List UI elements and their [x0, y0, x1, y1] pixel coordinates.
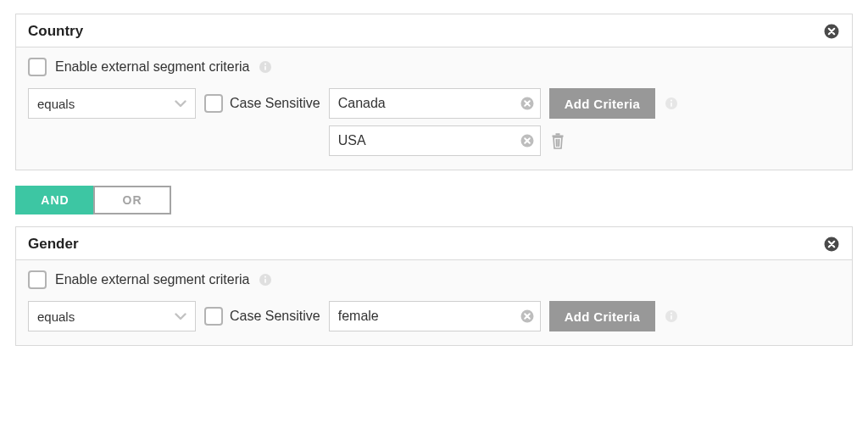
case-sensitive-wrap: Case Sensitive [204, 301, 320, 331]
close-icon[interactable] [823, 23, 840, 40]
criteria-value-input[interactable]: Canada [329, 88, 541, 119]
filter-header: Gender [16, 227, 852, 260]
add-criteria-label: Add Criteria [565, 309, 640, 324]
chevron-down-icon [173, 309, 188, 324]
info-icon[interactable] [664, 309, 679, 324]
criteria-value-input[interactable]: USA [329, 125, 541, 156]
enable-external-row: Enable external segment criteria [28, 58, 840, 76]
criteria-value-row: Canada Add Criteria [329, 88, 679, 119]
add-criteria-button[interactable]: Add Criteria [549, 88, 655, 119]
criteria-value-row: USA [329, 125, 679, 156]
case-sensitive-checkbox[interactable] [204, 94, 223, 113]
clear-icon[interactable] [520, 96, 535, 111]
criteria-value-text: female [338, 309, 379, 324]
clear-icon[interactable] [520, 309, 535, 324]
svg-point-7 [670, 100, 672, 102]
info-icon[interactable] [258, 272, 273, 287]
criteria-value-column: female Add Criteria [329, 301, 679, 331]
criteria-value-row: female Add Criteria [329, 301, 679, 331]
logic-connector: AND OR [15, 186, 853, 214]
close-icon[interactable] [823, 236, 840, 253]
svg-rect-10 [555, 133, 559, 135]
svg-rect-6 [670, 103, 672, 107]
svg-rect-20 [670, 315, 672, 320]
filter-card-gender: Gender Enable external segment criteria … [15, 226, 853, 346]
case-sensitive-wrap: Case Sensitive [204, 88, 320, 119]
case-sensitive-label: Case Sensitive [230, 96, 320, 111]
filter-header: Country [16, 14, 852, 47]
svg-point-21 [670, 313, 672, 315]
chevron-down-icon [173, 96, 188, 111]
criteria-row: equals Case Sensitive Canada [28, 88, 840, 156]
svg-point-3 [264, 64, 266, 65]
case-sensitive-label: Case Sensitive [230, 309, 320, 324]
info-icon[interactable] [258, 59, 273, 75]
info-icon[interactable] [664, 96, 679, 111]
filter-body: Enable external segment criteria equals … [16, 47, 852, 170]
enable-external-label: Enable external segment criteria [55, 272, 249, 287]
add-criteria-button[interactable]: Add Criteria [549, 301, 655, 331]
svg-rect-2 [265, 66, 267, 70]
filter-title: Country [28, 23, 83, 40]
connector-and-label: AND [41, 193, 69, 207]
case-sensitive-checkbox[interactable] [204, 307, 223, 326]
operator-value: equals [37, 97, 75, 111]
enable-external-checkbox[interactable] [28, 270, 47, 289]
operator-value: equals [37, 309, 75, 324]
criteria-value-text: USA [338, 133, 366, 148]
trash-icon[interactable] [549, 131, 566, 150]
connector-or-button[interactable]: OR [93, 186, 171, 214]
operator-select[interactable]: equals [28, 301, 196, 331]
connector-or-label: OR [123, 193, 142, 207]
connector-and-button[interactable]: AND [15, 186, 93, 214]
criteria-value-input[interactable]: female [329, 301, 541, 331]
add-criteria-label: Add Criteria [565, 97, 640, 111]
criteria-value-column: Canada Add Criteria [329, 88, 679, 156]
criteria-row: equals Case Sensitive female [28, 301, 840, 331]
svg-rect-16 [265, 279, 267, 283]
svg-point-17 [264, 276, 266, 278]
filter-body: Enable external segment criteria equals … [16, 260, 852, 345]
filter-card-country: Country Enable external segment criteria… [15, 14, 853, 170]
enable-external-row: Enable external segment criteria [28, 270, 840, 289]
enable-external-checkbox[interactable] [28, 58, 47, 76]
filter-title: Gender [28, 236, 79, 253]
clear-icon[interactable] [520, 133, 535, 148]
operator-select[interactable]: equals [28, 88, 196, 119]
enable-external-label: Enable external segment criteria [55, 59, 249, 75]
criteria-value-text: Canada [338, 96, 386, 111]
